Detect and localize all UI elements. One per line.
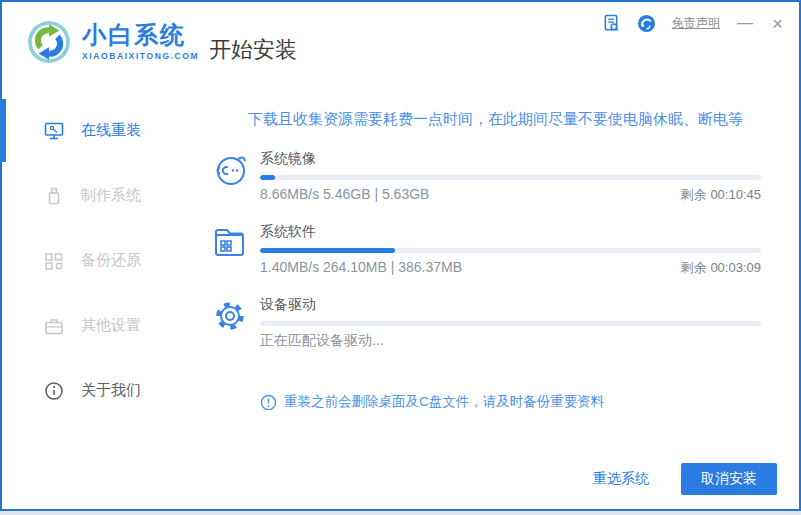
- backup-notice-text: 重装之前会删除桌面及C盘文件，请及时备份重要资料: [284, 393, 604, 411]
- sidebar: 在线重装 制作系统 备份还原: [2, 90, 192, 509]
- brand-domain: XIAOBAIXITONG.COM: [82, 52, 199, 61]
- folder-grid-icon: [212, 225, 248, 261]
- download-warning-text: 下载且收集资源需要耗费一点时间，在此期间尽量不要使电脑休眠、断电等: [212, 110, 779, 129]
- progress-bar: [260, 321, 761, 326]
- progress-fill: [260, 248, 395, 253]
- task-label: 系统软件: [260, 221, 761, 241]
- reselect-system-button[interactable]: 重选系统: [587, 469, 655, 489]
- alert-circle-icon: [260, 394, 277, 411]
- backup-notice: 重装之前会删除桌面及C盘文件，请及时备份重要资料: [260, 393, 604, 411]
- blocks-icon: [44, 251, 64, 271]
- brand-name: 小白系统: [82, 23, 199, 47]
- app-window: 小白系统 XIAOBAIXITONG.COM 开始安装: [0, 0, 801, 511]
- task-label: 设备驱动: [260, 294, 761, 314]
- task-row-device-driver: 设备驱动 正在匹配设备驱动...: [212, 294, 761, 350]
- sidebar-item-label: 制作系统: [81, 186, 141, 205]
- progress-fill: [260, 175, 275, 180]
- gear-icon: [212, 298, 248, 334]
- task-remaining: 剩余 00:03:09: [681, 259, 761, 277]
- task-row-system-image: 系统镜像 8.66MB/s 5.46GB | 5.63GB 剩余 00:10:4…: [212, 148, 761, 204]
- footer-actions: 重选系统 取消安装: [587, 463, 777, 495]
- task-list: 系统镜像 8.66MB/s 5.46GB | 5.63GB 剩余 00:10:4…: [212, 148, 761, 367]
- sidebar-item-online-reinstall[interactable]: 在线重装: [2, 98, 192, 163]
- task-status: 正在匹配设备驱动...: [260, 332, 384, 350]
- sidebar-item-about-us[interactable]: 关于我们: [2, 358, 192, 423]
- info-circle-icon: [44, 381, 64, 401]
- sidebar-item-other-settings[interactable]: 其他设置: [2, 293, 192, 358]
- page-title: 开始安装: [209, 35, 297, 65]
- header: 小白系统 XIAOBAIXITONG.COM 开始安装: [2, 2, 799, 90]
- cancel-install-button[interactable]: 取消安装: [681, 463, 777, 495]
- app-logo: 小白系统 XIAOBAIXITONG.COM: [26, 19, 199, 65]
- titlebar-controls: 免责声明 — ×: [602, 10, 785, 36]
- close-button[interactable]: ×: [770, 14, 785, 33]
- task-status: 8.66MB/s 5.46GB | 5.63GB: [260, 186, 429, 204]
- task-status: 1.40MB/s 264.10MB | 386.37MB: [260, 259, 462, 277]
- usb-drive-icon: [44, 186, 64, 206]
- task-remaining: 剩余 00:10:45: [681, 186, 761, 204]
- headset-icon[interactable]: [637, 13, 657, 33]
- monitor-icon: [44, 121, 64, 141]
- sidebar-item-label: 在线重装: [81, 121, 141, 140]
- sidebar-item-label: 备份还原: [81, 251, 141, 270]
- active-indicator: [0, 99, 6, 162]
- main-content: 下载且收集资源需要耗费一点时间，在此期间尽量不要使电脑休眠、断电等 系统镜像 8…: [192, 90, 799, 509]
- sidebar-item-make-system[interactable]: 制作系统: [2, 163, 192, 228]
- task-label: 系统镜像: [260, 148, 761, 168]
- sidebar-item-label: 其他设置: [81, 316, 141, 335]
- task-row-system-software: 系统软件 1.40MB/s 264.10MB | 386.37MB 剩余 00:…: [212, 221, 761, 277]
- minimize-button[interactable]: —: [735, 15, 755, 31]
- mascot-face-icon: [212, 152, 248, 188]
- recycle-arrows-logo-icon: [26, 19, 72, 65]
- briefcase-icon: [44, 316, 64, 336]
- sidebar-item-backup-restore[interactable]: 备份还原: [2, 228, 192, 293]
- sidebar-item-label: 关于我们: [81, 381, 141, 400]
- document-search-icon[interactable]: [602, 13, 622, 33]
- progress-bar: [260, 175, 761, 180]
- disclaimer-link[interactable]: 免责声明: [672, 15, 720, 32]
- progress-bar: [260, 248, 761, 253]
